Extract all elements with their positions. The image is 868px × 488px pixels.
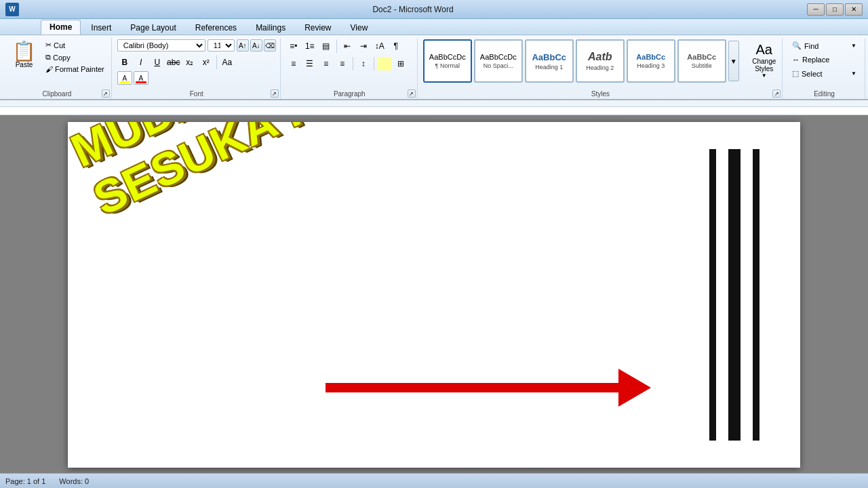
grow-font-button[interactable]: A↑ [237,39,249,52]
tab-page-layout[interactable]: Page Layout [121,20,184,35]
format-buttons-row: B I U abc x₂ x² Aa [117,56,235,69]
font-row-1: Calibri (Body) 11 A↑ A↓ ⌫ [117,39,276,52]
word-count: Words: 0 [59,477,89,485]
paste-label: Paste [16,61,33,68]
select-label: Select [802,70,823,78]
clipboard-expand[interactable]: ↗ [102,89,110,98]
vertical-lines [709,149,760,441]
underline-button[interactable]: U [150,56,165,69]
editing-group: 🔍 Find ▼ ↔ Replace ⬚ Select ▼ Editing [784,38,865,99]
show-hide-button[interactable]: ¶ [389,39,403,53]
bullets-button[interactable]: ≡• [286,39,301,53]
borders-button[interactable]: ⊞ [393,57,408,70]
replace-button[interactable]: ↔ Replace [788,54,861,66]
styles-expand[interactable]: ↗ [772,89,781,98]
find-icon: 🔍 [792,41,802,50]
para-sep-2 [353,57,353,70]
sort-button[interactable]: ↕A [372,39,387,53]
style-heading3[interactable]: AaBbCc Heading 3 [627,39,675,83]
style-heading3-label: Heading 3 [637,62,665,69]
subscript-button[interactable]: x₂ [182,56,197,69]
find-arrow: ▼ [851,43,856,49]
paste-button[interactable]: 📋 Paste [7,39,41,71]
change-styles-button[interactable]: Aa ChangeStyles ▼ [741,39,788,81]
align-left-button[interactable]: ≡ [286,57,301,70]
find-button[interactable]: 🔍 Find ▼ [788,39,861,52]
font-expand[interactable]: ↗ [271,89,279,98]
increase-indent-button[interactable]: ⇥ [356,39,371,53]
select-button[interactable]: ⬚ Select ▼ [788,67,861,80]
paragraph-content: ≡• 1≡ ▤ ⇤ ⇥ ↕A ¶ ≡ ☰ ≡ ≡ [286,38,413,88]
para-sep-1 [336,39,337,53]
align-center-button[interactable]: ☰ [302,57,317,70]
style-heading3-preview: AaBbCc [636,53,665,61]
cut-button[interactable]: ✂ Cut [43,39,107,51]
format-painter-button[interactable]: 🖌 Format Painter [43,64,107,75]
editing-content: 🔍 Find ▼ ↔ Replace ⬚ Select ▼ [788,38,861,88]
bold-button[interactable]: B [117,56,132,69]
font-family-select[interactable]: Calibri (Body) [117,39,205,52]
tab-view[interactable]: View [342,20,377,35]
copy-button[interactable]: ⧉ Copy [43,52,107,63]
change-styles-label: ChangeStyles [752,58,776,73]
overlay-text: MEMBUAT GARIS 3 YANG RAPI MUDAH DI GESER… [68,122,800,226]
arrow-shaft [326,383,618,392]
font-label: Font [113,90,280,98]
document-area: MEMBUAT GARIS 3 YANG RAPI MUDAH DI GESER… [0,115,868,488]
style-heading1[interactable]: AaBbCc Heading 1 [525,39,574,83]
style-normal-preview: AaBbCcDc [429,53,466,61]
style-subtitle[interactable]: AaBbCc Subtitle [677,39,726,83]
minimize-button[interactable]: ─ [807,3,825,16]
decrease-indent-button[interactable]: ⇤ [340,39,355,53]
shrink-font-button[interactable]: A↓ [250,39,262,52]
tab-review[interactable]: Review [296,20,340,35]
app-icon: W [5,3,19,16]
color-row: A A [117,71,149,85]
align-right-button[interactable]: ≡ [319,57,334,70]
style-normal[interactable]: AaBbCcDc ¶ Normal [423,39,472,83]
status-bar: Page: 1 of 1 Words: 0 [0,473,868,488]
highlight-color-button[interactable]: A [117,71,132,85]
style-heading2-preview: Aatb [588,51,612,63]
superscript-button[interactable]: x² [199,56,214,69]
line-spacing-button[interactable]: ↕ [356,57,371,70]
numbering-button[interactable]: 1≡ [302,39,317,53]
multilevel-button[interactable]: ▤ [319,39,334,53]
select-arrow: ▼ [851,70,856,77]
styles-scroll-button[interactable]: ▼ [728,41,739,81]
maximize-button[interactable]: □ [826,3,844,16]
close-button[interactable]: ✕ [845,3,863,16]
tab-references[interactable]: References [186,20,245,35]
styles-label: Styles [419,90,782,98]
change-styles-arrow: ▼ [762,73,767,79]
find-label: Find [804,42,818,50]
styles-gallery: AaBbCcDc ¶ Normal AaBbCcDc No Spaci... A… [423,39,739,83]
ruler [0,100,868,115]
justify-button[interactable]: ≡ [335,57,350,70]
style-no-spacing[interactable]: AaBbCcDc No Spaci... [474,39,523,83]
ruler-track [0,106,868,115]
italic-button[interactable]: I [134,56,149,69]
document-page: MEMBUAT GARIS 3 YANG RAPI MUDAH DI GESER… [68,122,800,468]
font-separator [216,56,217,69]
strikethrough-button[interactable]: abc [166,56,181,69]
clipboard-content: 📋 Paste ✂ Cut ⧉ Copy 🖌 [7,38,107,88]
line-1 [709,149,716,441]
style-normal-label: ¶ Normal [435,62,460,69]
clipboard-group: 📋 Paste ✂ Cut ⧉ Copy 🖌 [3,38,112,99]
paragraph-expand[interactable]: ↗ [408,89,416,98]
font-color-underline [136,81,146,83]
style-heading2[interactable]: Aatb Heading 2 [576,39,625,83]
tab-mailings[interactable]: Mailings [247,20,294,35]
para-row-1: ≡• 1≡ ▤ ⇤ ⇥ ↕A ¶ [286,39,403,53]
tab-insert[interactable]: Insert [82,20,120,35]
title-left: W [5,3,19,16]
shading-button[interactable] [377,57,392,70]
change-case-button[interactable]: Aa [220,56,235,69]
font-size-select[interactable]: 11 [208,39,235,52]
tab-home[interactable]: Home [41,20,81,35]
paragraph-label: Paragraph [282,90,417,98]
overlay-line2: MUDAH DI GESERKAN ATAU DI COPY [68,122,800,178]
font-color-button[interactable]: A [134,71,149,85]
clear-format-button[interactable]: ⌫ [264,39,276,52]
